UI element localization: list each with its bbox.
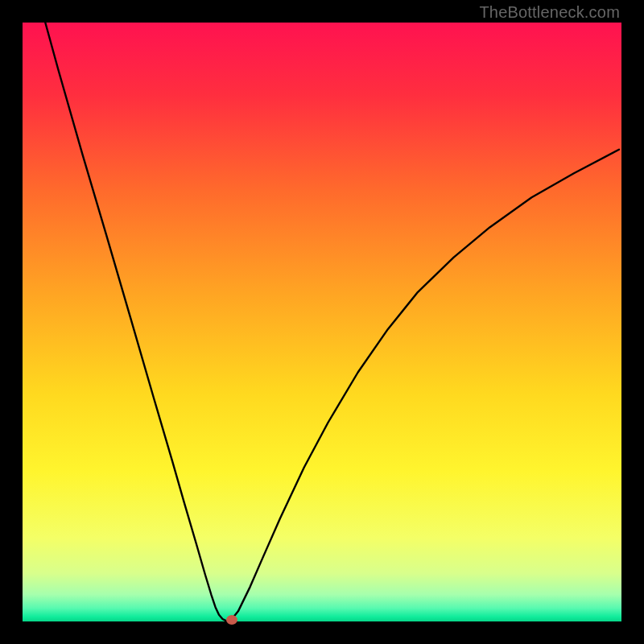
optimal-point-marker xyxy=(226,615,237,625)
gradient-background xyxy=(23,23,621,621)
chart-canvas xyxy=(23,23,621,621)
watermark-text: TheBottleneck.com xyxy=(479,3,620,22)
chart-frame xyxy=(23,23,621,621)
